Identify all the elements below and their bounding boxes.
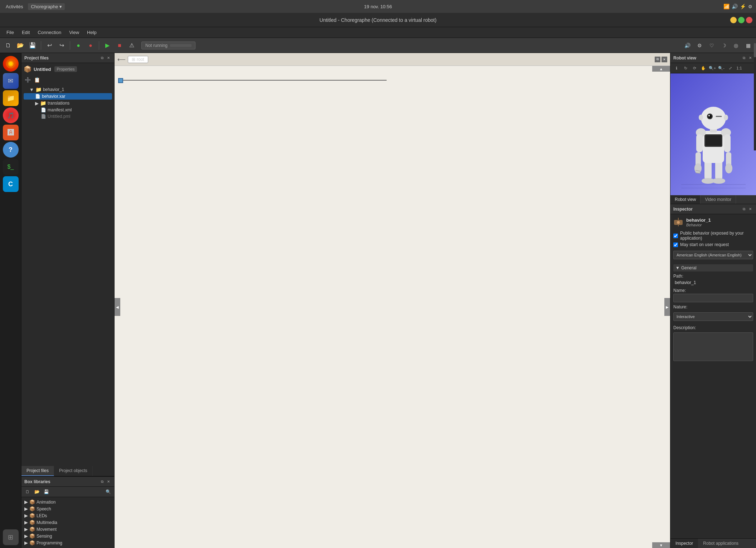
lib-item-speech[interactable]: ▶ 📦 Speech <box>23 505 113 512</box>
sidebar-icon-software[interactable]: 🅰 <box>3 125 19 140</box>
public-behavior-checkbox[interactable] <box>673 234 678 238</box>
settings2-button[interactable]: ⚙ <box>694 40 704 51</box>
lib-item-sensing[interactable]: ▶ 📦 Sensing <box>23 533 113 539</box>
add-behavior-button[interactable]: ➕ <box>24 76 32 84</box>
rv-refresh-btn[interactable]: ↻ <box>682 64 689 72</box>
language-dropdown[interactable]: American English (American English)Frenc… <box>673 251 753 259</box>
new-file-button[interactable]: 🗋 <box>3 40 14 51</box>
lib-item-animation[interactable]: ▶ 📦 Animation <box>23 499 113 505</box>
menu-help[interactable]: Help <box>83 28 100 37</box>
lib-item-programming[interactable]: ▶ 📦 Programming <box>23 539 113 546</box>
lib-item-movement[interactable]: ▶ 📦 Movement <box>23 526 113 533</box>
flow-nav-right[interactable]: ▶ <box>664 298 670 316</box>
inspector-float-btn[interactable]: ⧉ <box>741 206 747 212</box>
properties-button[interactable]: Properties <box>54 66 77 72</box>
tree-item-behavior-xar[interactable]: 📄 behavior.xar <box>24 93 112 100</box>
open-button[interactable]: 📂 <box>15 40 26 51</box>
play-button[interactable]: ▶ <box>102 40 113 51</box>
main-toolbar: 🗋 📂 💾 ↩ ↪ ● ● ▶ ■ ⚠ Not running 🔊 ⚙ ♡ ☽ … <box>0 38 756 53</box>
disconnect-button[interactable]: ● <box>85 40 96 51</box>
rv-info-btn[interactable]: ℹ <box>673 64 680 72</box>
rv-zoom-in-btn[interactable]: 🔍+ <box>708 64 716 72</box>
warning-button[interactable]: ⚠ <box>126 40 137 51</box>
system-bar-left: Activités Choregraphe ▾ <box>4 3 65 10</box>
menu-edit[interactable]: Edit <box>18 28 33 37</box>
bottom-tab-inspector[interactable]: Inspector <box>670 539 698 548</box>
flow-nav-left[interactable]: ◀ <box>115 298 120 316</box>
rv-tab-robot-view[interactable]: Robot view <box>670 195 701 204</box>
box-libs-float-btn[interactable]: ⧉ <box>99 479 105 485</box>
heart-button[interactable]: ♡ <box>707 40 717 51</box>
flow-zoom-fit-btn[interactable]: ⧉ <box>655 57 660 62</box>
flow-close-btn[interactable]: ✕ <box>662 57 667 62</box>
box-libs-new-btn[interactable]: 🗋 <box>24 488 32 496</box>
volume-button[interactable]: 🔊 <box>682 40 692 51</box>
bottom-tab-robot-applications[interactable]: Robot applications <box>698 539 743 548</box>
minimize-button[interactable] <box>730 17 737 23</box>
tree-item-manifest[interactable]: 📄 manifest.xml <box>24 107 112 113</box>
flow-canvas[interactable]: ◀ ▶ ▲ ▼ <box>115 66 670 548</box>
box-libs-search-btn[interactable]: 🔍 <box>104 488 112 496</box>
robot-view-float-btn[interactable]: ⧉ <box>741 55 747 61</box>
undo-button[interactable]: ↩ <box>44 40 55 51</box>
sound-icon[interactable]: 🔊 <box>732 4 738 9</box>
sidebar-icon-music[interactable]: 🎵 <box>3 107 19 123</box>
connect-button[interactable]: ● <box>73 40 84 51</box>
box-libs-save-btn[interactable]: 💾 <box>42 488 50 496</box>
sidebar-icon-help[interactable]: ? <box>3 142 19 158</box>
rv-zoom-out-btn[interactable]: 🔍- <box>717 64 725 72</box>
grid-button[interactable]: ▦ <box>743 40 753 51</box>
robot-view-close-btn[interactable]: ✕ <box>747 55 753 61</box>
tree-item-untitled-pml[interactable]: 📄 Untitled.pml <box>24 113 112 120</box>
rv-rotate-btn[interactable]: ⟳ <box>690 64 698 72</box>
stop-button[interactable]: ■ <box>114 40 125 51</box>
sidebar-icon-apps[interactable]: ⊞ <box>3 529 19 545</box>
app-indicator[interactable]: Choregraphe ▾ <box>28 3 65 10</box>
box-libs-open-btn[interactable]: 📂 <box>33 488 41 496</box>
redo-button[interactable]: ↪ <box>56 40 67 51</box>
life-button[interactable]: ◎ <box>731 40 741 51</box>
tree-item-translations[interactable]: ▶ 📁 translations <box>24 100 112 107</box>
maximize-button[interactable] <box>738 17 745 23</box>
tab-project-files[interactable]: Project files <box>21 466 54 476</box>
menu-connection[interactable]: Connection <box>34 28 65 37</box>
network-icon[interactable]: 📶 <box>723 4 730 9</box>
root-node-box[interactable]: ⊞ root <box>128 56 148 63</box>
rv-pan-btn[interactable]: ✋ <box>699 64 707 72</box>
menu-file[interactable]: File <box>3 28 18 37</box>
sidebar-icon-mail[interactable]: ✉ <box>3 73 19 89</box>
moon-button[interactable]: ☽ <box>719 40 729 51</box>
rv-zoom-reset-btn[interactable]: 1:1 <box>735 64 743 72</box>
tree-item-behavior1[interactable]: ▼ 📁 behavior_1 <box>24 86 112 93</box>
svg-point-9 <box>712 178 725 184</box>
menu-view[interactable]: View <box>66 28 83 37</box>
behavior-name: behavior_1 <box>686 217 711 223</box>
box-libs-close-btn[interactable]: ✕ <box>106 479 111 485</box>
lib-item-leds[interactable]: ▶ 📦 LEDs <box>23 512 113 519</box>
sidebar-icon-files[interactable]: 📁 <box>3 90 19 106</box>
project-files-close-btn[interactable]: ✕ <box>106 55 111 61</box>
lib-item-multimedia[interactable]: ▶ 📦 Multimedia <box>23 519 113 526</box>
rv-tab-video-monitor[interactable]: Video monitor <box>701 195 736 204</box>
save-button[interactable]: 💾 <box>27 40 38 51</box>
section-label: General <box>681 265 697 270</box>
inspector-general-section[interactable]: ▼ General <box>673 264 753 271</box>
activities-button[interactable]: Activités <box>4 3 25 10</box>
sidebar-icon-terminal[interactable]: $_ <box>3 159 19 175</box>
name-input[interactable] <box>673 294 753 302</box>
nature-dropdown[interactable]: InteractiveSolitaryAutonomous Life <box>673 312 753 321</box>
close-button[interactable] <box>746 17 752 23</box>
may-start-checkbox[interactable] <box>673 242 678 247</box>
description-textarea[interactable] <box>673 332 753 361</box>
sidebar-icon-c[interactable]: C <box>3 176 19 192</box>
flow-nav-bottom[interactable]: ▼ <box>652 542 670 548</box>
tab-project-objects[interactable]: Project objects <box>54 466 93 476</box>
inspector-close-btn[interactable]: ✕ <box>747 206 753 212</box>
power-icon[interactable]: ⚡ <box>740 4 746 9</box>
copy-behavior-button[interactable]: 📋 <box>33 76 41 84</box>
sidebar-icon-firefox[interactable] <box>3 56 19 72</box>
project-files-float-btn[interactable]: ⧉ <box>99 55 105 61</box>
rv-fit-btn[interactable]: ⤢ <box>726 64 734 72</box>
flow-nav-top[interactable]: ▲ <box>652 66 670 72</box>
settings-icon[interactable]: ⚙ <box>748 4 752 9</box>
